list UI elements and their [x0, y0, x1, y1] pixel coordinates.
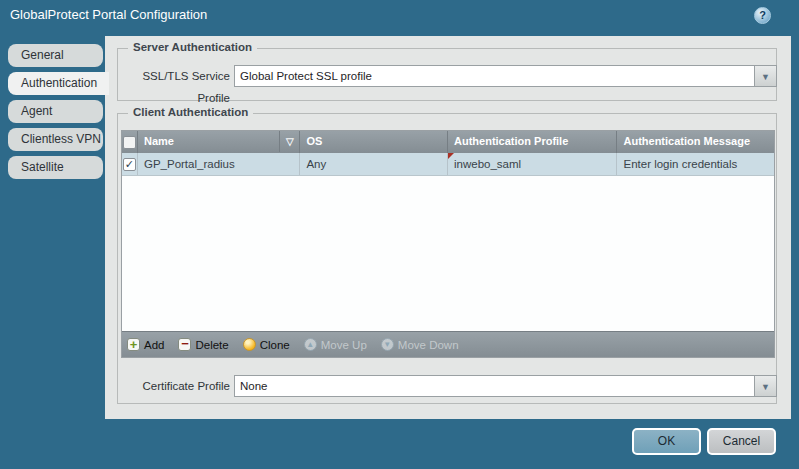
clone-icon — [243, 338, 256, 351]
tab-agent[interactable]: Agent — [8, 100, 103, 123]
move-down-button[interactable]: ▼ Move Down — [381, 338, 459, 351]
row-checkbox-cell: ✓ — [122, 153, 138, 175]
ok-button[interactable]: OK — [632, 428, 701, 455]
server-authentication-group: Server Authentication SSL/TLS Service Pr… — [117, 48, 777, 101]
column-header-name[interactable]: Name ▽ — [138, 131, 301, 153]
server-authentication-legend: Server Authentication — [128, 41, 257, 53]
ssl-tls-service-profile-label: SSL/TLS Service Profile — [119, 65, 230, 109]
clone-button[interactable]: Clone — [243, 338, 290, 351]
certificate-profile-value[interactable]: None — [234, 375, 755, 397]
cancel-button[interactable]: Cancel — [707, 428, 776, 455]
client-authentication-table: Name ▽ OS Authentication Profile Authent… — [121, 130, 775, 358]
add-button[interactable]: + Add — [127, 338, 164, 351]
globalprotect-portal-dialog: GlobalProtect Portal Configuration ? Ser… — [0, 0, 799, 469]
client-authentication-group: Client Authentication Name ▽ OS Authenti… — [117, 113, 777, 404]
tab-general[interactable]: General — [8, 44, 103, 67]
help-icon[interactable]: ? — [754, 7, 771, 24]
cell-os[interactable]: Any — [300, 153, 448, 175]
filter-icon: ▽ — [286, 136, 294, 147]
certificate-profile-label: Certificate Profile — [119, 375, 230, 397]
chevron-down-icon: ▼ — [761, 72, 770, 82]
table-empty-area — [122, 176, 774, 331]
move-up-icon: ▲ — [304, 338, 317, 351]
table-header-row: Name ▽ OS Authentication Profile Authent… — [122, 131, 774, 153]
ssl-tls-service-profile-dropdown[interactable]: Global Protect SSL profile ▼ — [234, 65, 777, 87]
tab-satellite[interactable]: Satellite — [8, 156, 103, 179]
ssl-tls-service-profile-value[interactable]: Global Protect SSL profile — [234, 65, 755, 87]
cell-auth-profile[interactable]: inwebo_saml — [448, 153, 617, 175]
modified-marker-icon — [448, 153, 454, 159]
certificate-profile-dropdown[interactable]: None ▼ — [234, 375, 777, 397]
ssl-dropdown-button[interactable]: ▼ — [755, 65, 777, 87]
column-header-auth-message[interactable]: Authentication Message — [617, 131, 774, 153]
select-all-cell — [122, 131, 138, 153]
cell-name[interactable]: GP_Portal_radius — [138, 153, 301, 175]
move-down-icon: ▼ — [381, 338, 394, 351]
table-toolbar: + Add − Delete Clone ▲ Move Up — [122, 331, 774, 357]
title-bar: GlobalProtect Portal Configuration ? — [0, 0, 799, 30]
column-header-auth-profile[interactable]: Authentication Profile — [448, 131, 617, 153]
name-filter-button[interactable]: ▽ — [279, 131, 299, 152]
client-authentication-legend: Client Authentication — [128, 106, 253, 118]
certificate-dropdown-button[interactable]: ▼ — [755, 375, 777, 397]
row-checkbox[interactable]: ✓ — [123, 158, 136, 171]
sidebar-tabs: General Authentication Agent Clientless … — [8, 44, 109, 184]
tab-clientless-vpn[interactable]: Clientless VPN — [8, 128, 103, 151]
chevron-down-icon: ▼ — [761, 382, 770, 392]
move-up-button[interactable]: ▲ Move Up — [304, 338, 367, 351]
cell-auth-message[interactable]: Enter login credentials — [617, 153, 774, 175]
column-header-os[interactable]: OS — [300, 131, 448, 153]
tab-authentication[interactable]: Authentication — [8, 72, 109, 95]
delete-icon: − — [178, 338, 191, 351]
table-row[interactable]: ✓ GP_Portal_radius Any inwebo_saml Enter… — [122, 153, 774, 176]
content-panel: Server Authentication SSL/TLS Service Pr… — [105, 36, 791, 419]
add-icon: + — [127, 338, 140, 351]
delete-button[interactable]: − Delete — [178, 338, 228, 351]
dialog-title: GlobalProtect Portal Configuration — [10, 0, 207, 30]
select-all-checkbox[interactable] — [123, 136, 136, 149]
